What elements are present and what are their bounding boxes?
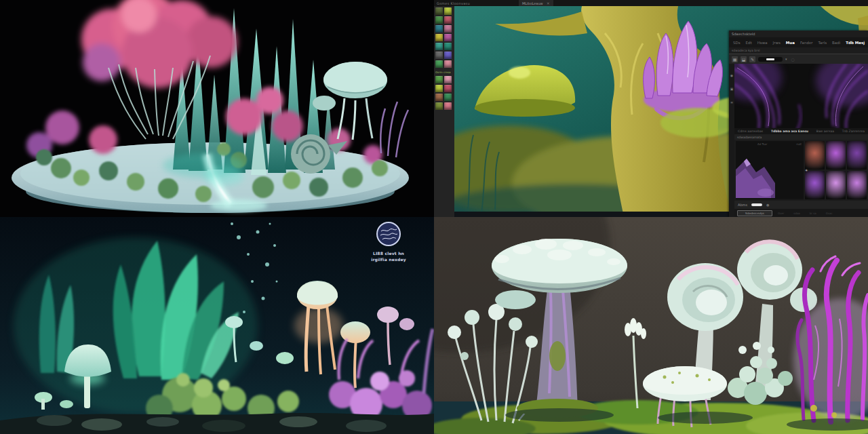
- menu-item[interactable]: Fander: [800, 41, 813, 45]
- pedestal-scene: [0, 0, 434, 217]
- grid-tool-icon[interactable]: ▦: [732, 56, 738, 62]
- lock-icon[interactable]: ▣: [730, 87, 734, 91]
- brush-thumbnail[interactable]: [444, 34, 452, 41]
- texture-thumb-grid: [805, 141, 867, 199]
- brush-thumbnail[interactable]: [435, 43, 443, 50]
- panel-bottom-row: Abms ●: [734, 201, 868, 210]
- eye-icon[interactable]: ◉: [730, 73, 733, 77]
- footer-faint-label: Gsac: [826, 212, 833, 215]
- badge-seal: [374, 220, 403, 248]
- material-thumbnail[interactable]: [444, 102, 452, 110]
- panel-content: Ad Tsar rsdt ✳: [734, 140, 868, 200]
- import-tool-icon[interactable]: ⬓: [741, 56, 747, 62]
- artist-badge: LI88 clevt hn irgilfia nexdey: [358, 220, 419, 262]
- brush-thumbnail[interactable]: [444, 16, 452, 24]
- footer-faint-label: sdaa: [793, 212, 800, 215]
- cursor-asterisk-icon: ✳: [805, 168, 808, 172]
- menu-item[interactable]: Hswa: [757, 41, 768, 45]
- brush-thumbnail[interactable]: [444, 60, 452, 68]
- menu-item[interactable]: Tarls: [818, 41, 827, 45]
- window-title: Gsmes Kloonvasu: [437, 1, 470, 5]
- brush-thumbnail[interactable]: [444, 25, 452, 33]
- material-thumb-grid: [434, 75, 454, 111]
- brush-thumbnail[interactable]: [435, 7, 443, 15]
- texture-thumbnail-tulip-purple[interactable]: [826, 141, 846, 170]
- texture-thumbnail-coral-fiber-red[interactable]: [805, 141, 825, 170]
- alpha-preview[interactable]: Ad Tsar rsdt: [736, 141, 804, 199]
- refresh-icon[interactable]: ◌: [790, 56, 796, 62]
- close-icon[interactable]: ×: [547, 1, 550, 5]
- panel-sublabel: sdwadeca kya brsl: [729, 47, 868, 54]
- texture-thumbnail-fiber-purple[interactable]: [805, 171, 825, 199]
- panel-footer: Sdasbssvsdys Gsersdaabr saGsac: [734, 209, 868, 217]
- mini-slider[interactable]: [751, 203, 762, 206]
- brush-thumbnail[interactable]: [435, 34, 443, 41]
- menu-item[interactable]: Jrws: [773, 41, 781, 45]
- material-thumbnail[interactable]: [435, 85, 443, 92]
- badge-caption-line1: LI88 clevt hn: [358, 250, 419, 256]
- rock-ledge: [0, 413, 434, 434]
- brush-thumbnail[interactable]: [444, 7, 452, 15]
- panel-toolbar: ▦ ⬓ ✎ ▾ ◌: [729, 54, 868, 64]
- top-left-render: [0, 0, 434, 217]
- status-item[interactable]: Tdbba ama asa Eansu: [771, 130, 808, 133]
- preview-count: rsdt: [796, 142, 802, 146]
- dot-icon: ●: [766, 203, 769, 207]
- material-thumbnail[interactable]: [444, 76, 452, 83]
- menu-item[interactable]: Edt: [746, 41, 752, 45]
- panel-section-label: sdwadassamata: [734, 134, 868, 140]
- material-thumbnail[interactable]: [435, 102, 443, 110]
- badge-caption-line2: irgilfia nexdey: [358, 256, 419, 262]
- document-tab[interactable]: MLiboLeauw ×: [519, 0, 553, 6]
- brush-thumbnail[interactable]: [444, 52, 452, 59]
- layers-icon[interactable]: ≡: [730, 100, 733, 104]
- status-item[interactable]: Bwe aersaa: [816, 130, 834, 133]
- brush-thumbnail[interactable]: [435, 60, 443, 68]
- material-thumbnail[interactable]: [435, 94, 443, 101]
- mushroom-towers-scene: [434, 217, 868, 434]
- brush-thumb-grid: [434, 6, 454, 69]
- panel-statusbar: Cdms aamsebasTdbba ama asa EansuBwe aers…: [734, 128, 868, 134]
- render-grid: Gsmes Kloonvasu MLiboLeauw × Gsrm cmsa S…: [0, 0, 868, 434]
- material-thumbnail[interactable]: [444, 85, 452, 92]
- tab-label: MLiboLeauw: [522, 1, 543, 5]
- bottom-row-label: Abms: [738, 203, 747, 207]
- texture-viewport[interactable]: [734, 64, 868, 128]
- texture-thumbnail-sphere-purple[interactable]: [826, 171, 846, 199]
- panel-menubar: SDsEdtHswaJrwsMuaFanderTarlsBadiTdb Mesj: [729, 37, 868, 47]
- material-thumbnail[interactable]: [435, 76, 443, 83]
- sidebar-section-label: Gsrm cmsa: [434, 69, 454, 75]
- bottom-right-render: [434, 217, 868, 434]
- chevron-down-icon[interactable]: ▾: [785, 57, 787, 61]
- panel-title: Sdwechskteld: [729, 31, 868, 37]
- badge-caption: LI88 clevt hn irgilfia nexdey: [358, 250, 419, 262]
- menu-item[interactable]: Mua: [786, 41, 795, 45]
- brush-thumbnail[interactable]: [435, 16, 443, 24]
- brush-tool-icon[interactable]: ✎: [749, 56, 755, 62]
- texture-panel: Sdwechskteld SDsEdtHswaJrwsMuaFanderTarl…: [729, 31, 868, 217]
- texture-thumbnail-blob-purple[interactable]: [847, 171, 867, 199]
- status-item[interactable]: Tnb Zanrenrea: [842, 130, 865, 133]
- brush-thumbnail[interactable]: [444, 43, 452, 50]
- teal-glow: [163, 153, 244, 178]
- brush-sidebar: Gsrm cmsa: [434, 6, 454, 217]
- editor-quadrant: Gsmes Kloonvasu MLiboLeauw × Gsrm cmsa S…: [434, 0, 868, 217]
- bottom-left-render: LI88 clevt hn irgilfia nexdey: [0, 217, 434, 434]
- brush-thumbnail[interactable]: [435, 25, 443, 33]
- texture-thumbnail-tentacle-purple[interactable]: [847, 141, 867, 170]
- menu-item[interactable]: Badi: [832, 41, 840, 45]
- footer-button[interactable]: Sdasbssvsdys: [737, 210, 772, 216]
- menu-item[interactable]: SDs: [733, 41, 741, 45]
- value-slider[interactable]: [758, 57, 783, 62]
- brush-thumbnail[interactable]: [435, 52, 443, 59]
- material-thumbnail[interactable]: [444, 94, 452, 101]
- menu-item[interactable]: Tdb Mesj: [846, 41, 865, 45]
- footer-faint-label: br sa: [810, 212, 816, 215]
- status-item[interactable]: Cdms aamsebas: [738, 130, 763, 133]
- footer-faint-label: Gser: [778, 212, 784, 215]
- preview-label: Ad Tsar: [757, 142, 767, 146]
- editor-tabbar: Gsmes Kloonvasu MLiboLeauw ×: [434, 0, 868, 6]
- panel-left-rail: ◉ ▣ ≡: [729, 64, 734, 217]
